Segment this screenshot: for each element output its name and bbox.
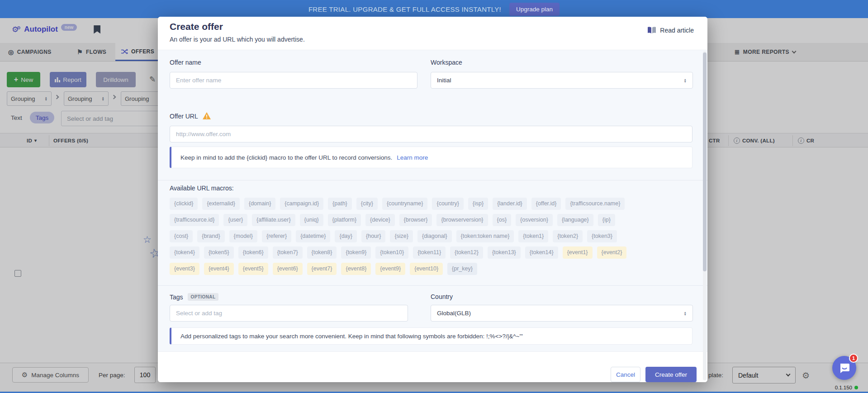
macro-chip[interactable]: {affiliate.user} bbox=[252, 214, 295, 226]
macro-chip[interactable]: {token4} bbox=[170, 246, 199, 259]
modal-title: Create offer bbox=[170, 21, 223, 32]
create-offer-button[interactable]: Create offer bbox=[645, 367, 697, 382]
macro-chip[interactable]: {event10} bbox=[410, 263, 443, 275]
macro-chip[interactable]: {token12} bbox=[450, 246, 483, 259]
macro-chip[interactable]: {size} bbox=[390, 230, 413, 242]
macro-chip[interactable]: {uniq} bbox=[300, 214, 323, 226]
macro-chip[interactable]: {device} bbox=[365, 214, 394, 226]
macro-row: {trafficsource.id}{user}{affiliate.user}… bbox=[170, 214, 615, 226]
macro-chip[interactable]: {osversion} bbox=[516, 214, 553, 226]
trial-banner-text: FREE TRIAL. UPGRADE & GET FULL ACCESS IN… bbox=[308, 5, 501, 13]
macro-chip[interactable]: {campaign.id} bbox=[280, 198, 323, 210]
chat-widget-button[interactable]: 1 bbox=[832, 356, 856, 380]
macro-chip[interactable]: {event2} bbox=[597, 246, 627, 259]
macro-chip[interactable]: {os} bbox=[493, 214, 512, 226]
macro-chip[interactable]: {referer} bbox=[262, 230, 291, 242]
macro-row: {clickid}{externalid}{domain}{campaign.i… bbox=[170, 198, 625, 210]
macro-chip[interactable]: {token1} bbox=[518, 230, 548, 242]
macro-chip[interactable]: {browserversion} bbox=[436, 214, 488, 226]
macro-chip[interactable]: {platform} bbox=[328, 214, 361, 226]
version-info: 0.1.150 bbox=[835, 385, 858, 390]
macro-chip[interactable]: {diagonal} bbox=[417, 230, 452, 242]
macro-chip[interactable]: {event3} bbox=[170, 263, 199, 275]
macro-chip[interactable]: {token5} bbox=[204, 246, 234, 259]
macro-chip[interactable]: {token11} bbox=[413, 246, 446, 259]
country-select[interactable]: Global(GLB) ▲▼ bbox=[431, 305, 693, 322]
macro-chip[interactable]: {hour} bbox=[361, 230, 385, 242]
modal-subtitle: An offer is your ad URL which you will a… bbox=[170, 36, 305, 43]
create-offer-modal: Create offer An offer is your ad URL whi… bbox=[158, 17, 707, 382]
macro-chip[interactable]: {pr_key} bbox=[447, 263, 477, 275]
macro-chip[interactable]: {event5} bbox=[238, 263, 268, 275]
cancel-button[interactable]: Cancel bbox=[611, 367, 640, 382]
macro-chip[interactable]: {city} bbox=[356, 198, 378, 210]
macro-chip[interactable]: {token6} bbox=[238, 246, 268, 259]
macro-row: {event3}{event4}{event5}{event6}{event7}… bbox=[170, 263, 477, 275]
workspace-label: Workspace bbox=[431, 59, 462, 66]
macro-chip[interactable]: {token8} bbox=[307, 246, 337, 259]
macro-chip[interactable]: {brand} bbox=[197, 230, 224, 242]
modal-header: Create offer An offer is your ad URL whi… bbox=[158, 17, 707, 50]
macro-chip[interactable]: {day} bbox=[335, 230, 357, 242]
macro-chip[interactable]: {event9} bbox=[375, 263, 405, 275]
offer-name-label: Offer name bbox=[170, 59, 201, 66]
macros-title: Available URL macros: bbox=[170, 185, 234, 192]
clickid-note: Keep in mind to add the {clickid} macro … bbox=[170, 147, 693, 168]
macro-chip[interactable]: {event6} bbox=[273, 263, 303, 275]
macro-chip[interactable]: {event7} bbox=[307, 263, 337, 275]
macro-chip[interactable]: {browser} bbox=[399, 214, 432, 226]
modal-footer: Cancel Create offer bbox=[158, 351, 707, 382]
macro-chip[interactable]: {token3} bbox=[587, 230, 617, 242]
macro-chip[interactable]: {cost} bbox=[170, 230, 193, 242]
macro-chip[interactable]: {clickid} bbox=[170, 198, 198, 210]
macro-chip[interactable]: {event1} bbox=[563, 246, 593, 259]
macro-chip[interactable]: {externalid} bbox=[202, 198, 240, 210]
macro-chip[interactable]: {offer.id} bbox=[531, 198, 561, 210]
divider bbox=[158, 180, 707, 180]
offer-name-input[interactable] bbox=[170, 72, 417, 89]
macro-chip[interactable]: {event8} bbox=[341, 263, 371, 275]
offer-url-label: Offer URL bbox=[170, 112, 211, 121]
macro-chip[interactable]: {token7} bbox=[273, 246, 303, 259]
macro-chip[interactable]: {trafficsource.id} bbox=[170, 214, 219, 226]
macro-chip[interactable]: {country} bbox=[432, 198, 463, 210]
tags-note: Add personalized tags to make your searc… bbox=[170, 327, 693, 345]
macro-chip[interactable]: {model} bbox=[229, 230, 257, 242]
chat-icon bbox=[839, 363, 850, 374]
macro-chip[interactable]: {ip} bbox=[598, 214, 615, 226]
macro-chip[interactable]: {token10} bbox=[375, 246, 408, 259]
macro-chip[interactable]: {datetime} bbox=[296, 230, 330, 242]
read-article-link[interactable]: Read article bbox=[647, 27, 694, 34]
macro-chip[interactable]: {path} bbox=[328, 198, 352, 210]
macro-chip[interactable]: {token9} bbox=[341, 246, 371, 259]
trial-banner: FREE TRIAL. UPGRADE & GET FULL ACCESS IN… bbox=[0, 0, 868, 18]
tags-input[interactable] bbox=[170, 305, 408, 322]
learn-more-link[interactable]: Learn more bbox=[397, 154, 428, 161]
divider bbox=[158, 285, 707, 286]
country-label: Country bbox=[431, 293, 453, 300]
macro-chip[interactable]: {token13} bbox=[488, 246, 521, 259]
upgrade-plan-button[interactable]: Upgrade plan bbox=[509, 3, 560, 16]
macro-chip[interactable]: {lander.id} bbox=[493, 198, 527, 210]
macro-chip[interactable]: {language} bbox=[557, 214, 593, 226]
chat-notification-badge: 1 bbox=[849, 354, 858, 363]
optional-badge: OPTIONAL bbox=[188, 293, 219, 301]
book-icon bbox=[647, 27, 656, 34]
macro-row: {token4}{token5}{token6}{token7}{token8}… bbox=[170, 246, 626, 259]
macro-chip[interactable]: {user} bbox=[223, 214, 247, 226]
macro-chip[interactable]: {trafficsource.name} bbox=[565, 198, 625, 210]
macro-chip[interactable]: {token14} bbox=[525, 246, 558, 259]
macro-chip[interactable]: {countryname} bbox=[382, 198, 428, 210]
macro-chip[interactable]: {token:token name} bbox=[456, 230, 514, 242]
macro-chip[interactable]: {domain} bbox=[244, 198, 275, 210]
offer-url-input[interactable] bbox=[170, 126, 693, 142]
modal-scrollbar-thumb[interactable] bbox=[703, 52, 707, 271]
macro-row: {cost}{brand}{model}{referer}{datetime}{… bbox=[170, 230, 617, 242]
status-dot bbox=[854, 386, 858, 389]
macro-chip[interactable]: {isp} bbox=[468, 198, 488, 210]
macro-chip[interactable]: {token2} bbox=[553, 230, 583, 242]
tags-label-row: Tags OPTIONAL bbox=[170, 293, 218, 301]
macro-chip[interactable]: {event4} bbox=[204, 263, 234, 275]
workspace-select[interactable]: Initial ▲▼ bbox=[431, 72, 693, 89]
warning-icon bbox=[203, 112, 211, 121]
